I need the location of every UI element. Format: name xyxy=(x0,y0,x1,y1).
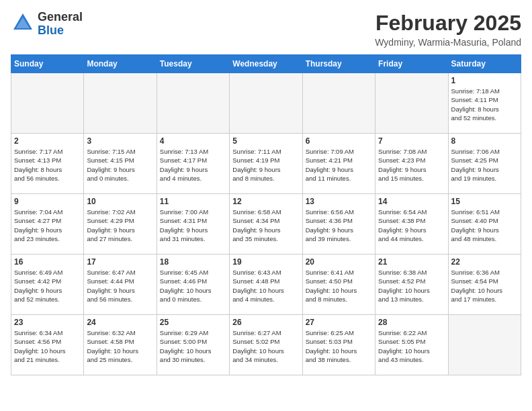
day-info: Sunrise: 6:36 AM Sunset: 4:54 PM Dayligh… xyxy=(451,268,518,304)
day-info: Sunrise: 7:02 AM Sunset: 4:29 PM Dayligh… xyxy=(87,208,153,243)
day-info: Sunrise: 6:25 AM Sunset: 5:03 PM Dayligh… xyxy=(306,328,372,364)
calendar-cell: 27Sunrise: 6:25 AM Sunset: 5:03 PM Dayli… xyxy=(302,315,375,375)
day-number: 17 xyxy=(87,257,153,267)
day-number: 6 xyxy=(306,136,372,146)
day-info: Sunrise: 7:08 AM Sunset: 4:23 PM Dayligh… xyxy=(378,147,445,183)
day-number: 24 xyxy=(87,318,153,327)
weekday-header-thursday: Thursday xyxy=(302,55,375,73)
calendar-cell: 19Sunrise: 6:43 AM Sunset: 4:48 PM Dayli… xyxy=(230,255,302,315)
calendar: SundayMondayTuesdayWednesdayThursdayFrid… xyxy=(11,54,521,375)
day-info: Sunrise: 7:09 AM Sunset: 4:21 PM Dayligh… xyxy=(306,147,372,183)
weekday-header-wednesday: Wednesday xyxy=(230,55,302,73)
logo: General Blue xyxy=(11,11,83,38)
calendar-cell: 24Sunrise: 6:32 AM Sunset: 4:58 PM Dayli… xyxy=(84,315,157,375)
day-info: Sunrise: 6:54 AM Sunset: 4:38 PM Dayligh… xyxy=(378,208,445,243)
calendar-cell: 3Sunrise: 7:15 AM Sunset: 4:15 PM Daylig… xyxy=(84,134,157,194)
day-info: Sunrise: 6:27 AM Sunset: 5:02 PM Dayligh… xyxy=(232,328,299,364)
day-info: Sunrise: 6:47 AM Sunset: 4:44 PM Dayligh… xyxy=(87,268,153,304)
calendar-cell: 16Sunrise: 6:49 AM Sunset: 4:42 PM Dayli… xyxy=(11,255,84,315)
calendar-cell: 1Sunrise: 7:18 AM Sunset: 4:11 PM Daylig… xyxy=(448,73,521,134)
day-info: Sunrise: 6:32 AM Sunset: 4:58 PM Dayligh… xyxy=(87,328,153,364)
weekday-header-sunday: Sunday xyxy=(11,55,84,73)
calendar-cell: 15Sunrise: 6:51 AM Sunset: 4:40 PM Dayli… xyxy=(448,194,521,255)
calendar-cell xyxy=(375,73,448,134)
day-number: 20 xyxy=(306,257,372,267)
calendar-cell xyxy=(11,73,84,134)
calendar-cell: 2Sunrise: 7:17 AM Sunset: 4:13 PM Daylig… xyxy=(11,134,84,194)
calendar-cell xyxy=(448,315,521,375)
calendar-cell: 25Sunrise: 6:29 AM Sunset: 5:00 PM Dayli… xyxy=(157,315,229,375)
day-number: 27 xyxy=(306,318,372,327)
day-number: 2 xyxy=(14,136,81,146)
week-row-5: 23Sunrise: 6:34 AM Sunset: 4:56 PM Dayli… xyxy=(11,315,521,375)
day-info: Sunrise: 6:45 AM Sunset: 4:46 PM Dayligh… xyxy=(160,268,226,304)
day-number: 10 xyxy=(87,197,153,206)
day-info: Sunrise: 6:29 AM Sunset: 5:00 PM Dayligh… xyxy=(160,328,226,364)
day-number: 5 xyxy=(232,136,299,146)
page-header: General Blue February 2025 Wydminy, Warm… xyxy=(11,11,521,48)
day-number: 7 xyxy=(378,136,445,146)
month-title: February 2025 xyxy=(375,11,521,36)
calendar-cell: 13Sunrise: 6:56 AM Sunset: 4:36 PM Dayli… xyxy=(302,194,375,255)
calendar-cell: 5Sunrise: 7:11 AM Sunset: 4:19 PM Daylig… xyxy=(230,134,302,194)
calendar-cell: 17Sunrise: 6:47 AM Sunset: 4:44 PM Dayli… xyxy=(84,255,157,315)
calendar-cell xyxy=(157,73,229,134)
day-info: Sunrise: 7:11 AM Sunset: 4:19 PM Dayligh… xyxy=(232,147,299,183)
day-info: Sunrise: 6:51 AM Sunset: 4:40 PM Dayligh… xyxy=(451,208,518,243)
day-info: Sunrise: 7:15 AM Sunset: 4:15 PM Dayligh… xyxy=(87,147,153,183)
day-number: 19 xyxy=(232,257,299,267)
calendar-cell: 12Sunrise: 6:58 AM Sunset: 4:34 PM Dayli… xyxy=(230,194,302,255)
day-number: 21 xyxy=(378,257,445,267)
calendar-cell: 21Sunrise: 6:38 AM Sunset: 4:52 PM Dayli… xyxy=(375,255,448,315)
logo-icon xyxy=(11,11,35,38)
week-row-2: 2Sunrise: 7:17 AM Sunset: 4:13 PM Daylig… xyxy=(11,134,521,194)
day-number: 3 xyxy=(87,136,153,146)
calendar-cell: 28Sunrise: 6:22 AM Sunset: 5:05 PM Dayli… xyxy=(375,315,448,375)
weekday-header-monday: Monday xyxy=(84,55,157,73)
day-number: 23 xyxy=(14,318,81,327)
day-number: 22 xyxy=(451,257,518,267)
calendar-cell: 11Sunrise: 7:00 AM Sunset: 4:31 PM Dayli… xyxy=(157,194,229,255)
day-info: Sunrise: 7:04 AM Sunset: 4:27 PM Dayligh… xyxy=(14,208,81,243)
weekday-header-saturday: Saturday xyxy=(448,55,521,73)
day-number: 26 xyxy=(232,318,299,327)
week-row-4: 16Sunrise: 6:49 AM Sunset: 4:42 PM Dayli… xyxy=(11,255,521,315)
day-info: Sunrise: 7:13 AM Sunset: 4:17 PM Dayligh… xyxy=(160,147,226,183)
calendar-cell: 9Sunrise: 7:04 AM Sunset: 4:27 PM Daylig… xyxy=(11,194,84,255)
calendar-cell: 7Sunrise: 7:08 AM Sunset: 4:23 PM Daylig… xyxy=(375,134,448,194)
weekday-header-tuesday: Tuesday xyxy=(157,55,229,73)
calendar-cell: 26Sunrise: 6:27 AM Sunset: 5:02 PM Dayli… xyxy=(230,315,302,375)
day-number: 8 xyxy=(451,136,518,146)
title-block: February 2025 Wydminy, Warmia-Masuria, P… xyxy=(375,11,521,48)
day-info: Sunrise: 6:49 AM Sunset: 4:42 PM Dayligh… xyxy=(14,268,81,304)
calendar-cell: 6Sunrise: 7:09 AM Sunset: 4:21 PM Daylig… xyxy=(302,134,375,194)
day-info: Sunrise: 7:00 AM Sunset: 4:31 PM Dayligh… xyxy=(160,208,226,243)
calendar-cell xyxy=(302,73,375,134)
day-info: Sunrise: 6:34 AM Sunset: 4:56 PM Dayligh… xyxy=(14,328,81,364)
day-info: Sunrise: 7:06 AM Sunset: 4:25 PM Dayligh… xyxy=(451,147,518,183)
day-number: 9 xyxy=(14,197,81,206)
weekday-header-row: SundayMondayTuesdayWednesdayThursdayFrid… xyxy=(11,55,521,73)
day-info: Sunrise: 6:43 AM Sunset: 4:48 PM Dayligh… xyxy=(232,268,299,304)
calendar-cell: 20Sunrise: 6:41 AM Sunset: 4:50 PM Dayli… xyxy=(302,255,375,315)
day-info: Sunrise: 6:38 AM Sunset: 4:52 PM Dayligh… xyxy=(378,268,445,304)
day-number: 12 xyxy=(232,197,299,206)
location: Wydminy, Warmia-Masuria, Poland xyxy=(375,37,521,48)
calendar-cell xyxy=(230,73,302,134)
calendar-cell: 18Sunrise: 6:45 AM Sunset: 4:46 PM Dayli… xyxy=(157,255,229,315)
weekday-header-friday: Friday xyxy=(375,55,448,73)
week-row-3: 9Sunrise: 7:04 AM Sunset: 4:27 PM Daylig… xyxy=(11,194,521,255)
logo-text: General Blue xyxy=(38,11,83,38)
calendar-cell: 23Sunrise: 6:34 AM Sunset: 4:56 PM Dayli… xyxy=(11,315,84,375)
calendar-cell: 8Sunrise: 7:06 AM Sunset: 4:25 PM Daylig… xyxy=(448,134,521,194)
day-number: 4 xyxy=(160,136,226,146)
day-number: 28 xyxy=(378,318,445,327)
day-number: 25 xyxy=(160,318,226,327)
calendar-cell: 4Sunrise: 7:13 AM Sunset: 4:17 PM Daylig… xyxy=(157,134,229,194)
day-number: 14 xyxy=(378,197,445,206)
day-info: Sunrise: 6:22 AM Sunset: 5:05 PM Dayligh… xyxy=(378,328,445,364)
day-info: Sunrise: 7:18 AM Sunset: 4:11 PM Dayligh… xyxy=(451,87,518,122)
week-row-1: 1Sunrise: 7:18 AM Sunset: 4:11 PM Daylig… xyxy=(11,73,521,134)
calendar-cell: 10Sunrise: 7:02 AM Sunset: 4:29 PM Dayli… xyxy=(84,194,157,255)
day-number: 1 xyxy=(451,76,518,85)
